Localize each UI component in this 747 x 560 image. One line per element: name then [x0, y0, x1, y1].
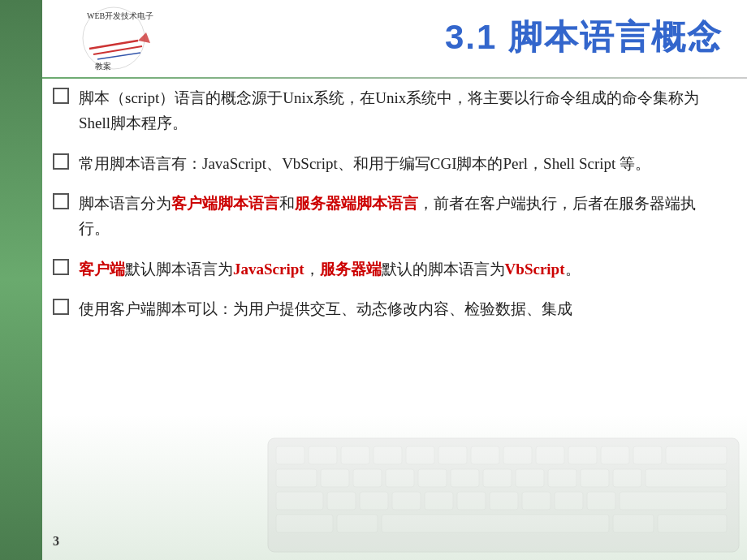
bullet-text-3: 脚本语言分为客户端脚本语言和服务器端脚本语言，前者在客户端执行，后者在服务器端执…	[79, 191, 723, 242]
title-divider	[42, 77, 747, 79]
bullet-item-3: 脚本语言分为客户端脚本语言和服务器端脚本语言，前者在客户端执行，后者在服务器端执…	[53, 191, 723, 242]
slide: WEB开发技术电子 教案 3.1 脚本语言概念	[0, 0, 747, 560]
bullet-item-2: 常用脚本语言有：JavaScript、VbScript、和用于编写CGI脚本的P…	[53, 151, 723, 176]
logo-area: WEB开发技术电子 教案	[45, 4, 183, 73]
title-area: 3.1 脚本语言概念	[195, 15, 723, 60]
checkbox-4	[53, 259, 69, 275]
bullet-text-2: 常用脚本语言有：JavaScript、VbScript、和用于编写CGI脚本的P…	[79, 151, 723, 176]
bullet-item-4: 客户端默认脚本语言为JavaScript，服务器端默认的脚本语言为VbScrip…	[53, 256, 723, 282]
checkbox-5	[53, 299, 69, 315]
bullet-item-1: 脚本（script）语言的概念源于Unix系统，在Unix系统中，将主要以行命令…	[53, 85, 723, 136]
bullet-text-5: 使用客户端脚本可以：为用户提供交互、动态修改内容、检验数据、集成	[79, 296, 723, 321]
page-title: 3.1 脚本语言概念	[445, 18, 723, 56]
checkbox-1	[53, 88, 69, 104]
content-area: 脚本（script）语言的概念源于Unix系统，在Unix系统中，将主要以行命令…	[53, 85, 723, 519]
svg-text:教案: 教案	[95, 62, 111, 71]
checkbox-3	[53, 193, 69, 209]
left-bar	[0, 0, 42, 560]
bullet-item-5: 使用客户端脚本可以：为用户提供交互、动态修改内容、检验数据、集成	[53, 296, 723, 321]
checkbox-2	[53, 153, 69, 170]
bullet-text-1: 脚本（script）语言的概念源于Unix系统，在Unix系统中，将主要以行命令…	[79, 85, 723, 136]
bullet-text-4: 客户端默认脚本语言为JavaScript，服务器端默认的脚本语言为VbScrip…	[79, 256, 723, 282]
svg-text:WEB开发技术电子: WEB开发技术电子	[87, 11, 153, 20]
svg-line-4	[97, 53, 140, 59]
page-number: 3	[53, 534, 59, 549]
